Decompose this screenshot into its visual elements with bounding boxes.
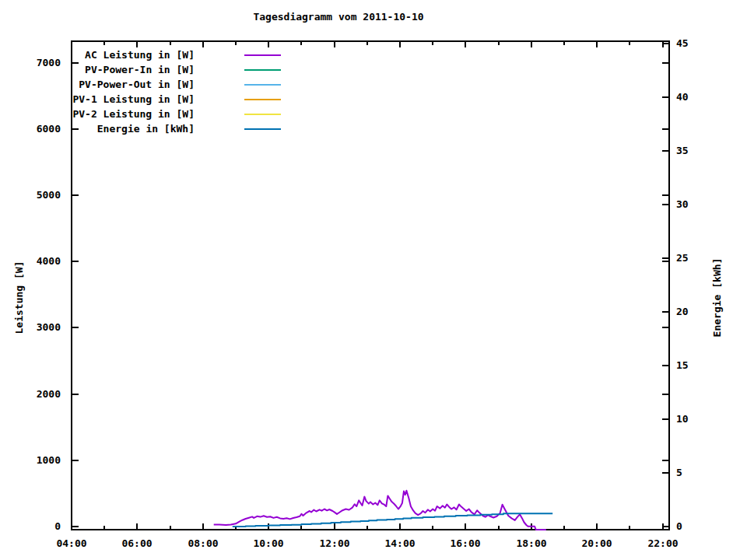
x-tick-label: 16:00 — [450, 537, 480, 549]
x-tick-label: 06:00 — [121, 537, 152, 549]
legend-item-ac-leistung-in-w: AC Leistung in [W] — [0, 49, 747, 61]
legend-label: Energie in [kWh] — [0, 123, 195, 135]
y2-tick-label: 5 — [676, 467, 682, 478]
y1-tick-label: 3000 — [37, 321, 61, 333]
y2-tick-label: 0 — [676, 520, 682, 532]
y2-tick-label: 45 — [676, 37, 689, 49]
y1-tick-label: 4000 — [37, 255, 61, 267]
y2-tick-label: 10 — [676, 413, 689, 425]
legend-line-sample — [244, 84, 281, 86]
y2-tick-label: 35 — [676, 145, 689, 156]
legend-label: AC Leistung in [W] — [0, 49, 195, 61]
legend-item-pv-power-in-in-w: PV-Power-In in [W] — [0, 64, 747, 76]
legend-line-sample — [244, 99, 281, 100]
y2-tick-label: 20 — [676, 306, 689, 317]
x-tick-label: 04:00 — [56, 537, 86, 549]
series-line-energie-in-kwh — [233, 513, 552, 527]
legend-item-energie-in-kwh: Energie in [kWh] — [0, 123, 747, 135]
x-tick-label: 14:00 — [384, 537, 415, 549]
y1-tick-label: 5000 — [37, 189, 61, 201]
legend-label: PV-1 Leistung in [W] — [0, 93, 195, 105]
x-tick-label: 10:00 — [253, 537, 283, 549]
legend-line-sample — [244, 69, 281, 71]
x-tick-label: 22:00 — [647, 537, 678, 549]
legend-label: PV-Power-In in [W] — [0, 64, 195, 75]
y1-tick-label: 0 — [54, 520, 61, 532]
legend-item-pv-1-leistung-in-w: PV-1 Leistung in [W] — [0, 93, 747, 106]
x-tick-label: 20:00 — [581, 537, 612, 549]
y2-tick-label: 25 — [676, 252, 689, 264]
x-tick-label: 08:00 — [188, 537, 218, 549]
x-tick-label: 18:00 — [516, 537, 546, 549]
x-tick-label: 12:00 — [319, 537, 349, 549]
y2-tick-label: 15 — [676, 359, 689, 371]
legend-line-sample — [244, 128, 281, 130]
legend-item-pv-power-out-in-w: PV-Power-Out in [W] — [0, 79, 747, 91]
legend-line-sample — [244, 54, 281, 56]
legend-label: PV-Power-Out in [W] — [0, 79, 195, 90]
series-line-ac-leistung-in-w — [214, 491, 546, 530]
legend-line-sample — [244, 114, 281, 115]
legend-label: PV-2 Leistung in [W] — [0, 108, 195, 120]
y1-tick-label: 2000 — [37, 388, 61, 400]
y2-tick-label: 30 — [676, 198, 689, 210]
y1-tick-label: 1000 — [37, 454, 61, 466]
legend-item-pv-2-leistung-in-w: PV-2 Leistung in [W] — [0, 108, 747, 121]
chart-canvas: Tagesdiagramm vom 2011-10-10 Leistung [W… — [0, 0, 747, 560]
